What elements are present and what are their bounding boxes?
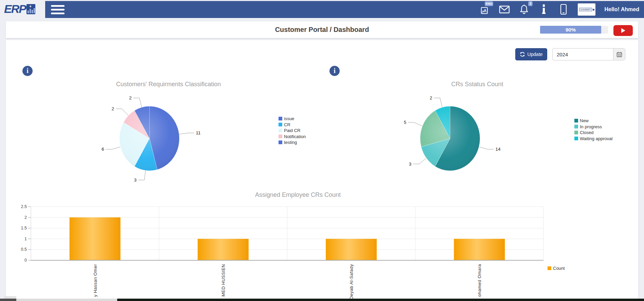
top-navbar: A ENG 2 — [0, 1, 644, 18]
scrollbar-track[interactable] — [16, 299, 117, 301]
pie2-legend-swatch — [574, 119, 578, 123]
bar-ytick: 1.5 — [21, 226, 27, 230]
avatar[interactable]: CLOUDSOFT — [578, 3, 595, 16]
update-button[interactable]: Update — [515, 48, 547, 60]
scrollbar-corner — [4, 296, 16, 299]
bar-ytick: 2 — [24, 215, 27, 220]
bar-rect — [70, 218, 121, 260]
bar-category-label: Deyab Al-Safady — [349, 264, 354, 299]
avatar-logo-text: CLOUDSOFT — [579, 8, 592, 11]
pie2-value-label: 2 — [430, 95, 432, 100]
logo-building-icon: + — [26, 4, 35, 14]
svg-text:A: A — [484, 8, 487, 13]
pie1-value-label: 3 — [134, 177, 137, 183]
pie1-legend-label: testing — [284, 140, 297, 145]
bar-category-label: y Hassan Omer — [93, 264, 98, 297]
bar-category-label: ohamed Omara — [477, 264, 482, 297]
pie2-legend-label: New — [580, 118, 589, 123]
calendar-icon — [616, 52, 622, 57]
pie1-legend-label: Notification — [284, 134, 306, 139]
pie2: 14352NewIn progressClosedWaiting approva… — [404, 95, 613, 171]
year-picker — [552, 48, 625, 60]
scrollbar-button[interactable] — [0, 299, 16, 301]
pie2-title: CRs Sstatus Count — [375, 81, 579, 88]
pie1-legend-label: CR — [284, 122, 290, 127]
pie2-legend-swatch — [574, 137, 578, 140]
pie1-legend-swatch — [279, 129, 282, 132]
pie2-value-label: 5 — [404, 120, 407, 125]
user-greeting: Hello! Ahmed — [604, 6, 639, 13]
page-header: Customer Portal / Dashboard 90% — [6, 21, 638, 38]
dashboard-card: 113622issueCRPaid CRNotificationtesting1… — [6, 40, 638, 301]
bar-title: Assigned Employee CRs Count — [196, 191, 400, 199]
pie1-title: Customers' Requirments Classification — [67, 81, 270, 88]
pie2-value-label: 14 — [496, 147, 501, 152]
bar-chart: 00.511.522.5y Hassan OmerMED HUSSIENDeya… — [21, 204, 565, 299]
pie1-legend-swatch — [279, 117, 282, 120]
below-fold-edge — [117, 299, 644, 301]
pie1-legend-swatch — [279, 123, 282, 127]
hamburger-menu-icon[interactable] — [51, 5, 65, 15]
bar-ytick: 2.5 — [21, 204, 27, 209]
pie1-legend-swatch — [279, 135, 282, 138]
pie1-value-label: 6 — [102, 147, 104, 152]
bar-legend-swatch — [548, 266, 551, 270]
pie2-info-button[interactable]: i — [329, 66, 340, 76]
app-logo[interactable]: ERP + — [0, 0, 45, 18]
pie1-value-label: 2 — [129, 95, 132, 100]
pie1-info-button[interactable]: i — [22, 66, 33, 76]
logo-text: ERP — [4, 2, 26, 16]
pie1-legend-swatch — [279, 140, 282, 144]
bar-ytick: 1 — [24, 237, 27, 241]
calendar-button[interactable] — [613, 48, 625, 60]
bar-legend-label: Count — [553, 266, 565, 271]
pie2-legend-label: In progress — [580, 124, 602, 129]
pie1-legend-label: issue — [284, 116, 294, 121]
update-button-label: Update — [527, 52, 542, 57]
language-icon[interactable]: A ENG — [479, 4, 490, 15]
mail-icon[interactable] — [499, 4, 510, 15]
pie2-legend-label: Waiting approval — [580, 136, 612, 141]
bar-rect — [326, 239, 377, 260]
refresh-icon — [520, 52, 525, 57]
bar-category-label: MED HUSSIEN — [221, 264, 226, 297]
year-input[interactable] — [552, 48, 613, 60]
charts-canvas: 113622issueCRPaid CRNotificationtesting1… — [6, 40, 638, 301]
pie2-legend-swatch — [574, 131, 578, 134]
notification-badge: 2 — [528, 1, 533, 6]
bar-rect — [198, 239, 249, 260]
bar-ytick: 0 — [24, 258, 27, 263]
avatar-logo-square — [593, 9, 594, 11]
pie2-legend-swatch — [574, 125, 578, 129]
video-play-button[interactable] — [613, 25, 633, 36]
info-icon[interactable] — [538, 4, 549, 15]
pie1-value-label: 2 — [112, 106, 114, 111]
pie2-legend-label: Closed — [580, 130, 593, 135]
language-badge: ENG — [485, 1, 494, 6]
play-icon — [621, 28, 625, 33]
bell-icon[interactable]: 2 — [519, 4, 530, 15]
progress-fill: 90% — [540, 26, 601, 34]
pie2-value-label: 3 — [409, 162, 412, 167]
bar-rect — [454, 239, 505, 260]
progress-bar[interactable]: 90% — [540, 26, 608, 34]
pie1-legend-label: Paid CR — [284, 128, 300, 133]
pie1: 113622issueCRPaid CRNotificationtesting — [102, 95, 306, 183]
bar-ytick: 0.5 — [21, 247, 27, 252]
pie1-value-label: 11 — [196, 130, 200, 135]
mobile-icon[interactable] — [558, 4, 569, 15]
